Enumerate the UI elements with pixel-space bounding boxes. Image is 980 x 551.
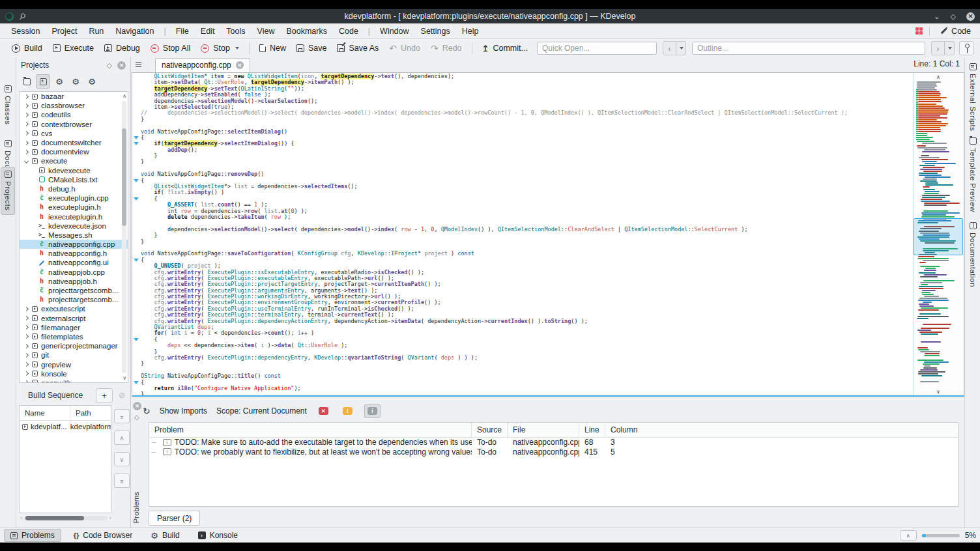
fold-marker-icon[interactable] — [134, 381, 139, 384]
close-icon[interactable]: ✕ — [133, 402, 141, 410]
code-line[interactable]: cfg.writeEntry( ExecutePlugin::dependenc… — [141, 318, 913, 324]
tree-item[interactable]: bazaar — [20, 92, 128, 101]
code-editor[interactable]: QListWidgetItem* item = new QListWidgetI… — [132, 72, 964, 397]
minimap[interactable]: ∧ ∨ — [913, 74, 963, 395]
float-icon[interactable]: ◇ — [107, 61, 112, 70]
close-icon[interactable]: ✕ — [966, 12, 975, 21]
area-switcher-grid-icon[interactable] — [915, 27, 923, 35]
build-sequence-hscrollbar[interactable]: ‹ › — [20, 515, 111, 521]
tree-item[interactable]: CMakeLists.txt — [20, 175, 128, 184]
chevron-right-icon[interactable] — [24, 362, 29, 367]
code-line[interactable]: { — [141, 257, 913, 263]
code-line[interactable]: void NativeAppConfigPage::saveToConfigur… — [141, 251, 913, 257]
move-down-icon[interactable]: ∨ — [114, 452, 130, 466]
chevron-right-icon[interactable] — [24, 94, 29, 99]
tree-item[interactable]: hprojecttargetscomb... — [20, 295, 128, 304]
chevron-right-icon[interactable] — [24, 325, 29, 330]
hint-filter-icon[interactable]: i — [364, 404, 381, 418]
forward-history-dropdown[interactable] — [945, 41, 955, 55]
column-header-source[interactable]: Source — [472, 423, 508, 437]
build-sequence-row[interactable]: kdevplatf...kdevplatform — [20, 421, 111, 432]
code-line[interactable]: } — [141, 159, 913, 165]
chevron-down-icon[interactable] — [24, 159, 29, 163]
sidebar-tab-external-scripts[interactable]: External Scripts — [966, 60, 980, 135]
undo-button[interactable]: ↶Undo — [384, 42, 425, 55]
tree-item[interactable]: nativeappconfig.ui — [20, 258, 128, 267]
code-line[interactable]: } — [141, 117, 913, 122]
tree-item[interactable]: hexecuteplugin.h — [20, 203, 128, 212]
chevron-right-icon[interactable] — [24, 140, 29, 145]
chevron-right-icon[interactable] — [24, 371, 29, 376]
chevron-right-icon[interactable] — [24, 353, 29, 358]
debug-button[interactable]: Debug — [99, 42, 145, 55]
statusbar-tab-konsole[interactable]: ›Konsole — [192, 530, 244, 541]
move-up-icon[interactable]: ∧ — [114, 431, 130, 445]
back-history-dropdown[interactable] — [676, 41, 686, 55]
tree-item[interactable]: >_Messages.sh — [20, 231, 128, 240]
back-button[interactable]: ‹ — [663, 41, 676, 55]
tree-item[interactable]: c̈nativeappconfig.cpp — [20, 240, 128, 249]
scope-dropdown[interactable]: Scope: Current Document — [216, 406, 307, 416]
fold-marker-icon[interactable] — [134, 142, 139, 145]
fold-gutter[interactable] — [132, 73, 141, 395]
sidebar-tab-template-preview[interactable]: Template Preview — [966, 134, 980, 216]
tree-scrollbar[interactable] — [122, 101, 126, 373]
parser-tab[interactable]: Parser (2) — [149, 511, 200, 526]
menu-settings[interactable]: Settings — [415, 25, 456, 37]
minimap-scroll-up-icon[interactable]: ∧ — [936, 74, 940, 80]
code-line[interactable]: QList<QListWidgetItem*> list = dependenc… — [141, 184, 913, 190]
chevron-right-icon[interactable] — [24, 334, 29, 339]
key-icon[interactable] — [959, 41, 973, 55]
run-target-icon[interactable] — [36, 74, 50, 89]
menu-project[interactable]: Project — [46, 25, 83, 37]
statusbar-tab-code-browser[interactable]: {}Code Browser — [68, 530, 139, 541]
menu-tools[interactable]: Tools — [220, 25, 251, 37]
error-filter-icon[interactable]: ✕ — [316, 404, 331, 417]
tree-item[interactable]: classbrowser — [20, 101, 128, 110]
forward-button[interactable]: › — [931, 41, 945, 55]
menu-bookmarks[interactable]: Bookmarks — [280, 25, 333, 37]
minimap-viewport[interactable] — [914, 218, 963, 255]
tree-item[interactable]: filemanager — [20, 323, 128, 332]
tree-item[interactable]: executescript — [20, 304, 128, 313]
save-as-button[interactable]: Save As — [332, 42, 384, 55]
fold-marker-icon[interactable] — [134, 259, 139, 262]
tree-item[interactable]: documentview — [20, 147, 128, 156]
chevron-right-icon[interactable] — [24, 113, 29, 117]
column-header-line[interactable]: Line — [579, 423, 605, 437]
chevron-right-icon[interactable] — [24, 316, 29, 320]
code-line[interactable]: void NativeAppConfigPage::removeDep() — [141, 171, 913, 177]
menu-edit[interactable]: Edit — [195, 25, 221, 37]
outline-input[interactable]: Outline... — [692, 42, 925, 55]
column-header-name[interactable]: Name — [20, 406, 70, 420]
menu-window[interactable]: Window — [374, 25, 414, 37]
sidebar-tab-classes[interactable]: Classes — [1, 82, 15, 128]
move-bottom-icon[interactable]: ⌆ — [114, 473, 130, 488]
float-icon[interactable]: ◇ — [134, 414, 139, 421]
code-line[interactable]: } — [141, 391, 913, 395]
column-header-path[interactable]: Path — [70, 409, 91, 417]
chevron-right-icon[interactable] — [24, 307, 29, 311]
quick-open-input[interactable]: Quick Open... — [537, 42, 657, 55]
save-button[interactable]: Save — [291, 42, 332, 55]
menu-navigation[interactable]: Navigation — [109, 25, 160, 37]
column-header-file[interactable]: File — [508, 423, 579, 437]
tree-item[interactable]: cvs — [20, 129, 128, 138]
tree-item[interactable]: genericprojectmanager — [20, 341, 128, 350]
chevron-right-icon[interactable] — [24, 122, 29, 126]
tree-item[interactable]: grepview — [20, 360, 128, 369]
remove-from-build-sequence-button[interactable]: ⊘ — [115, 389, 128, 402]
code-line[interactable]: if( !list.isEmpty() ) — [141, 190, 913, 195]
redo-button[interactable]: ↷Redo — [425, 42, 467, 55]
code-line[interactable]: } — [141, 233, 913, 238]
code-line[interactable]: deps << dependencies->item( i )->data( Q… — [141, 343, 913, 348]
maximize-icon[interactable]: ◇ — [951, 13, 956, 20]
code-line[interactable]: cfg.writeEntry( ExecutePlugin::dependenc… — [141, 355, 913, 361]
chevron-right-icon[interactable] — [24, 380, 29, 383]
tree-item[interactable]: codeutils — [20, 110, 128, 119]
menu-code[interactable]: Code — [333, 25, 364, 37]
chevron-right-icon[interactable] — [24, 104, 29, 108]
tree-item[interactable]: contextbrowser — [20, 120, 128, 129]
tree-item[interactable]: c̈nativeappjob.cpp — [20, 268, 128, 277]
code-text[interactable]: QListWidgetItem* item = new QListWidgetI… — [141, 74, 913, 395]
